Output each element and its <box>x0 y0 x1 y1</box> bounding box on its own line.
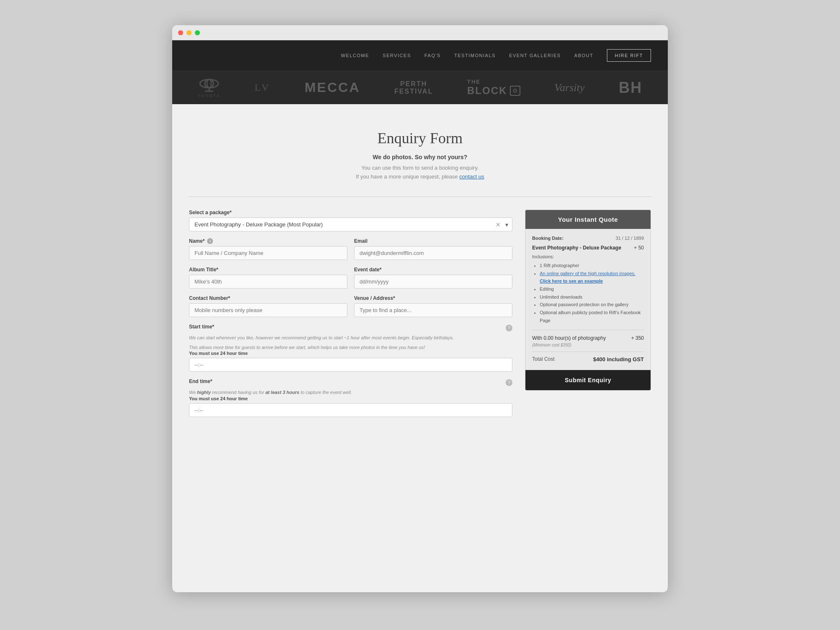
nav-services[interactable]: SERVICES <box>383 53 411 58</box>
name-email-row: Name* i Email <box>189 238 512 267</box>
quote-min-cost: (Minimum cost $350) <box>532 343 644 347</box>
start-time-label: Start time* <box>189 324 214 330</box>
email-input[interactable] <box>354 246 512 260</box>
email-label: Email <box>354 238 512 244</box>
bh-logo: BH <box>619 79 642 97</box>
end-time-input[interactable] <box>189 403 512 417</box>
name-info-icon[interactable]: i <box>207 238 213 244</box>
toyota-logo: TOYOTA <box>198 78 220 98</box>
end-time-field-group: End time* ? We highly recommend having u… <box>189 378 512 417</box>
start-time-help2: This allows more time for guests to arri… <box>189 344 512 351</box>
list-item: Optional password protection on the gall… <box>540 301 644 309</box>
contact-us-link[interactable]: contact us <box>459 173 484 180</box>
quote-header: Your Instant Quote <box>525 210 651 229</box>
section-divider <box>189 197 651 197</box>
form-left: Select a package* Event Photography - De… <box>189 210 512 424</box>
main-content: Enquiry Form We do photos. So why not yo… <box>172 104 668 441</box>
contact-label: Contact Number* <box>189 295 347 301</box>
name-label: Name* i <box>189 238 347 244</box>
toyota-text: TOYOTA <box>198 94 220 98</box>
email-field-group: Email <box>354 238 512 260</box>
event-date-input[interactable] <box>354 275 512 289</box>
nav-about[interactable]: ABOUT <box>574 53 593 58</box>
quote-hours-label: With 0.00 hour(s) of photography <box>532 335 606 341</box>
package-info: Event Photography - Deluxe Package + 50 … <box>532 245 644 325</box>
album-eventdate-row: Album Title* Event date* <box>189 267 512 295</box>
quote-package-name: Event Photography - Deluxe Package <box>532 245 621 251</box>
hire-button[interactable]: HIRE RIFT <box>607 49 651 62</box>
booking-date-row: Booking Date: 31 / 12 / 1899 <box>532 236 644 241</box>
select-clear-icon[interactable]: ✕ <box>496 221 501 228</box>
name-input[interactable] <box>189 246 347 260</box>
start-time-label-row: Start time* ? <box>189 324 512 332</box>
inclusions-list: 1 Rift photographer An online gallery of… <box>532 262 644 325</box>
gallery-example-link[interactable]: An online gallery of the high resolution… <box>540 271 635 284</box>
submit-enquiry-button[interactable]: Submit Enquiry <box>525 370 651 390</box>
end-time-info-icon[interactable]: ? <box>506 379 512 386</box>
mecca-logo: MECCA <box>304 80 360 95</box>
venue-label: Venue / Address* <box>354 295 512 301</box>
start-time-help: We can start whenever you like, however … <box>189 334 512 341</box>
album-title-field-group: Album Title* <box>189 267 347 289</box>
form-subtitle: We do photos. So why not yours? <box>189 154 651 160</box>
contact-input[interactable] <box>189 303 347 317</box>
package-field-group: Select a package* Event Photography - De… <box>189 210 512 231</box>
start-time-field-group: Start time* ? We can start whenever you … <box>189 324 512 372</box>
quote-hours-price: + 350 <box>631 335 644 341</box>
contact-field-group: Contact Number* <box>189 295 347 317</box>
quote-total-label: Total Cost <box>532 356 554 362</box>
inclusions-title: Inclusions: <box>532 254 644 259</box>
page-title: Enquiry Form <box>189 129 651 147</box>
start-time-info-icon[interactable]: ? <box>506 325 512 331</box>
quote-package-price: + 50 <box>634 245 644 251</box>
nav-welcome[interactable]: WELCOME <box>341 53 369 58</box>
form-desc1: You can use this form to send a booking … <box>189 165 651 171</box>
quote-total-row: Total Cost $400 including GST <box>532 352 644 362</box>
lv-text: LV <box>255 82 270 93</box>
minimize-dot[interactable] <box>186 30 192 35</box>
album-title-input[interactable] <box>189 275 347 289</box>
end-time-label: End time* <box>189 378 212 384</box>
nav-faqs[interactable]: FAQ'S <box>425 53 441 58</box>
contact-venue-row: Contact Number* Venue / Address* <box>189 295 512 324</box>
form-layout: Select a package* Event Photography - De… <box>189 210 651 424</box>
package-select[interactable]: Event Photography - Deluxe Package (Most… <box>189 218 512 231</box>
venue-field-group: Venue / Address* <box>354 295 512 317</box>
list-item: Unlimited downloads <box>540 293 644 301</box>
toyota-symbol-icon <box>200 78 219 93</box>
booking-date-value: 31 / 12 / 1899 <box>616 236 644 241</box>
nav-event-galleries[interactable]: EVENT GALLERIES <box>509 53 561 58</box>
svg-point-1 <box>205 79 213 88</box>
quote-total-value: $400 including GST <box>593 356 644 362</box>
varsity-logo: Varsity <box>554 81 585 94</box>
venue-input[interactable] <box>354 303 512 317</box>
list-item: An online gallery of the high resolution… <box>540 270 644 285</box>
booking-date-label: Booking Date: <box>532 236 564 241</box>
close-dot[interactable] <box>178 30 183 35</box>
form-desc2: If you have a more unique request, pleas… <box>189 173 651 180</box>
the-block-logo: THE BLOCK ⚙ <box>467 79 520 97</box>
album-title-label: Album Title* <box>189 267 347 273</box>
end-time-note: You must use 24 hour time <box>189 396 512 401</box>
quote-body: Booking Date: 31 / 12 / 1899 Event Photo… <box>525 229 651 369</box>
svg-point-0 <box>200 79 218 88</box>
start-time-input[interactable] <box>189 358 512 372</box>
browser-chrome <box>172 25 668 40</box>
nav-testimonials[interactable]: TESTIMONIALS <box>454 53 496 58</box>
navbar: WELCOME SERVICES FAQ'S TESTIMONIALS EVEN… <box>172 40 668 71</box>
name-field-group: Name* i <box>189 238 347 260</box>
event-date-field-group: Event date* <box>354 267 512 289</box>
quote-panel: Your Instant Quote Booking Date: 31 / 12… <box>525 210 651 391</box>
maximize-dot[interactable] <box>195 30 200 35</box>
brand-bar: TOYOTA LV MECCA PERTH FESTIVAL THE BLOCK… <box>172 71 668 104</box>
perth-festival-logo: PERTH FESTIVAL <box>394 80 433 95</box>
package-label: Select a package* <box>189 210 512 215</box>
louis-vuitton-logo: LV <box>255 82 270 93</box>
event-date-label: Event date* <box>354 267 512 273</box>
list-item: 1 Rift photographer <box>540 262 644 270</box>
quote-divider <box>532 330 644 330</box>
end-time-label-row: End time* ? <box>189 378 512 386</box>
list-item: Editing <box>540 285 644 293</box>
browser-window: WELCOME SERVICES FAQ'S TESTIMONIALS EVEN… <box>172 25 668 592</box>
quote-hours-row: With 0.00 hour(s) of photography + 350 <box>532 335 644 341</box>
